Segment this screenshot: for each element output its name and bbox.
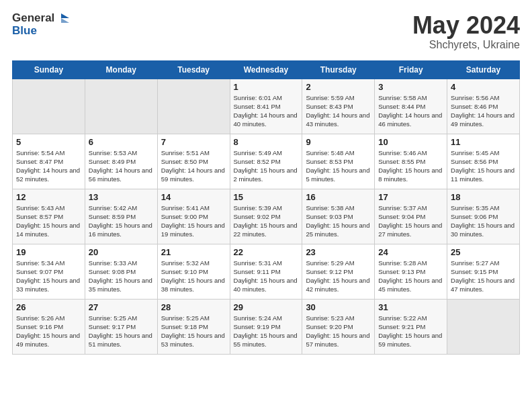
day-info: Sunrise: 5:39 AMSunset: 9:02 PMDaylight:… [234, 203, 299, 239]
table-row: 21 Sunrise: 5:32 AMSunset: 9:10 PMDaylig… [157, 244, 230, 299]
table-row: 12 Sunrise: 5:43 AMSunset: 8:57 PMDaylig… [13, 189, 85, 244]
table-row: 25 Sunrise: 5:27 AMSunset: 9:15 PMDaylig… [447, 244, 520, 299]
day-info: Sunrise: 6:01 AMSunset: 8:41 PMDaylight:… [234, 93, 299, 129]
day-number: 25 [451, 247, 516, 257]
day-info: Sunrise: 5:53 AMSunset: 8:49 PMDaylight:… [89, 148, 154, 184]
day-info: Sunrise: 5:27 AMSunset: 9:15 PMDaylight:… [451, 259, 516, 294]
day-info: Sunrise: 5:45 AMSunset: 8:56 PMDaylight:… [451, 148, 516, 184]
day-number: 15 [234, 192, 299, 202]
day-number: 2 [306, 82, 371, 92]
day-number: 14 [161, 192, 226, 202]
table-row: 28 Sunrise: 5:25 AMSunset: 9:18 PMDaylig… [157, 299, 230, 354]
day-number: 13 [89, 192, 154, 202]
table-row: 14 Sunrise: 5:41 AMSunset: 9:00 PMDaylig… [157, 189, 230, 244]
day-number: 27 [89, 302, 154, 312]
table-row: 17 Sunrise: 5:37 AMSunset: 9:04 PMDaylig… [375, 189, 447, 244]
day-info: Sunrise: 5:46 AMSunset: 8:55 PMDaylight:… [378, 148, 443, 184]
day-info: Sunrise: 5:25 AMSunset: 9:18 PMDaylight:… [161, 314, 226, 349]
day-number: 7 [161, 137, 226, 147]
title-block: May 2024 Shchyrets, Ukraine [412, 12, 520, 51]
day-number: 4 [451, 82, 516, 92]
calendar-week-row: 26 Sunrise: 5:26 AMSunset: 9:16 PMDaylig… [13, 299, 520, 354]
header-tuesday: Tuesday [157, 60, 230, 79]
day-info: Sunrise: 5:51 AMSunset: 8:50 PMDaylight:… [161, 148, 226, 184]
table-row: 26 Sunrise: 5:26 AMSunset: 9:16 PMDaylig… [13, 299, 85, 354]
day-info: Sunrise: 5:29 AMSunset: 9:12 PMDaylight:… [306, 259, 371, 294]
day-info: Sunrise: 5:59 AMSunset: 8:43 PMDaylight:… [306, 93, 371, 129]
day-info: Sunrise: 5:41 AMSunset: 9:00 PMDaylight:… [161, 203, 226, 239]
day-number: 29 [234, 302, 299, 312]
day-number: 8 [234, 137, 299, 147]
day-info: Sunrise: 5:38 AMSunset: 9:03 PMDaylight:… [306, 203, 371, 239]
header-thursday: Thursday [302, 60, 375, 79]
table-row: 5 Sunrise: 5:54 AMSunset: 8:47 PMDayligh… [13, 134, 85, 189]
day-info: Sunrise: 5:48 AMSunset: 8:53 PMDaylight:… [306, 148, 371, 184]
header-friday: Friday [375, 60, 447, 79]
day-number: 21 [161, 247, 226, 257]
table-row [157, 79, 230, 134]
table-row: 11 Sunrise: 5:45 AMSunset: 8:56 PMDaylig… [447, 134, 520, 189]
day-number: 24 [378, 247, 443, 257]
day-number: 11 [451, 137, 516, 147]
day-number: 30 [306, 302, 371, 312]
day-number: 12 [16, 192, 81, 202]
header-wednesday: Wednesday [230, 60, 302, 79]
table-row: 15 Sunrise: 5:39 AMSunset: 9:02 PMDaylig… [230, 189, 302, 244]
table-row: 4 Sunrise: 5:56 AMSunset: 8:46 PMDayligh… [447, 79, 520, 134]
day-info: Sunrise: 5:56 AMSunset: 8:46 PMDaylight:… [451, 93, 516, 129]
svg-marker-0 [61, 13, 69, 18]
table-row: 24 Sunrise: 5:28 AMSunset: 9:13 PMDaylig… [375, 244, 447, 299]
table-row: 9 Sunrise: 5:48 AMSunset: 8:53 PMDayligh… [302, 134, 375, 189]
day-number: 23 [306, 247, 371, 257]
day-number: 31 [378, 302, 443, 312]
header-monday: Monday [85, 60, 157, 79]
day-info: Sunrise: 5:43 AMSunset: 8:57 PMDaylight:… [16, 203, 81, 239]
month-year: May 2024 [412, 12, 520, 39]
table-row: 6 Sunrise: 5:53 AMSunset: 8:49 PMDayligh… [85, 134, 157, 189]
day-number: 22 [234, 247, 299, 257]
day-number: 6 [89, 137, 154, 147]
table-row: 27 Sunrise: 5:25 AMSunset: 9:17 PMDaylig… [85, 299, 157, 354]
day-info: Sunrise: 5:33 AMSunset: 9:08 PMDaylight:… [89, 259, 154, 294]
table-row: 22 Sunrise: 5:31 AMSunset: 9:11 PMDaylig… [230, 244, 302, 299]
weekday-header-row: Sunday Monday Tuesday Wednesday Thursday… [13, 60, 520, 79]
table-row: 16 Sunrise: 5:38 AMSunset: 9:03 PMDaylig… [302, 189, 375, 244]
day-info: Sunrise: 5:42 AMSunset: 8:59 PMDaylight:… [89, 203, 154, 239]
day-number: 28 [161, 302, 226, 312]
table-row: 18 Sunrise: 5:35 AMSunset: 9:06 PMDaylig… [447, 189, 520, 244]
location: Shchyrets, Ukraine [412, 39, 520, 51]
day-number: 18 [451, 192, 516, 202]
day-number: 5 [16, 137, 81, 147]
table-row: 31 Sunrise: 5:22 AMSunset: 9:21 PMDaylig… [375, 299, 447, 354]
header-saturday: Saturday [447, 60, 520, 79]
svg-marker-1 [61, 18, 69, 23]
table-row [447, 299, 520, 354]
day-info: Sunrise: 5:23 AMSunset: 9:20 PMDaylight:… [306, 314, 371, 349]
table-row: 20 Sunrise: 5:33 AMSunset: 9:08 PMDaylig… [85, 244, 157, 299]
day-number: 9 [306, 137, 371, 147]
day-info: Sunrise: 5:22 AMSunset: 9:21 PMDaylight:… [378, 314, 443, 349]
header-sunday: Sunday [13, 60, 85, 79]
day-number: 10 [378, 137, 443, 147]
day-info: Sunrise: 5:28 AMSunset: 9:13 PMDaylight:… [378, 259, 443, 294]
calendar-week-row: 12 Sunrise: 5:43 AMSunset: 8:57 PMDaylig… [13, 189, 520, 244]
logo-blue: Blue [12, 25, 69, 38]
page: General Blue May 2024 Shchyrets, Ukraine… [0, 0, 532, 361]
header: General Blue May 2024 Shchyrets, Ukraine [12, 12, 520, 51]
day-number: 16 [306, 192, 371, 202]
logo-general: General [12, 12, 54, 25]
table-row: 1 Sunrise: 6:01 AMSunset: 8:41 PMDayligh… [230, 79, 302, 134]
day-info: Sunrise: 5:54 AMSunset: 8:47 PMDaylight:… [16, 148, 81, 184]
day-number: 19 [16, 247, 81, 257]
day-number: 20 [89, 247, 154, 257]
day-info: Sunrise: 5:25 AMSunset: 9:17 PMDaylight:… [89, 314, 154, 349]
table-row: 29 Sunrise: 5:24 AMSunset: 9:19 PMDaylig… [230, 299, 302, 354]
day-info: Sunrise: 5:31 AMSunset: 9:11 PMDaylight:… [234, 259, 299, 294]
day-number: 26 [16, 302, 81, 312]
table-row: 3 Sunrise: 5:58 AMSunset: 8:44 PMDayligh… [375, 79, 447, 134]
day-info: Sunrise: 5:26 AMSunset: 9:16 PMDaylight:… [16, 314, 81, 349]
table-row: 8 Sunrise: 5:49 AMSunset: 8:52 PMDayligh… [230, 134, 302, 189]
table-row: 2 Sunrise: 5:59 AMSunset: 8:43 PMDayligh… [302, 79, 375, 134]
day-number: 1 [234, 82, 299, 92]
calendar-week-row: 5 Sunrise: 5:54 AMSunset: 8:47 PMDayligh… [13, 134, 520, 189]
